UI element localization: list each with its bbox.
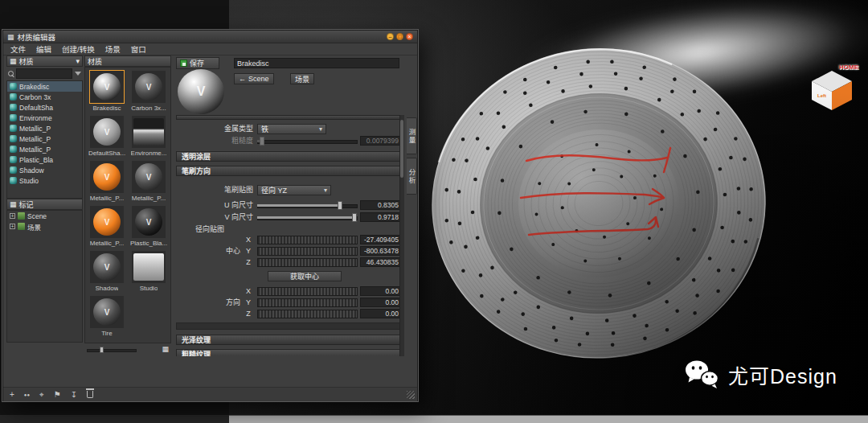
flag-button[interactable]: ⚑	[54, 389, 61, 400]
close-button[interactable]: ×	[406, 33, 413, 40]
brush-map-dropdown[interactable]: 径向 YZ ▾	[257, 185, 331, 195]
get-center-button[interactable]: 获取中心	[268, 271, 342, 281]
thumbnails-header[interactable]: 材质	[84, 55, 171, 67]
filter-icon[interactable]	[75, 72, 81, 76]
expand-icon[interactable]: +	[10, 224, 15, 229]
roughness-value[interactable]: 0.0079399	[360, 136, 402, 146]
v-size-slider[interactable]	[257, 213, 358, 222]
thumbnail[interactable]: V Metallic_P...	[86, 159, 128, 204]
metal-type-dropdown[interactable]: 铁 ▾	[257, 124, 326, 134]
wechat-icon	[683, 359, 720, 391]
axis-y-label: Y	[244, 298, 253, 308]
direction-y-slider[interactable]	[257, 298, 358, 307]
center-x-value[interactable]: -27.409405	[360, 235, 402, 244]
import-button[interactable]: ↧	[71, 389, 77, 400]
add-material-button[interactable]: +	[10, 389, 14, 400]
center-y-slider[interactable]	[257, 247, 358, 256]
tree-item-label: Carbon 3x	[19, 93, 51, 101]
section-rough-texture[interactable]: 粗糙纹理	[176, 349, 401, 356]
to-scene-button[interactable]: 场景	[290, 73, 314, 84]
direction-x-slider[interactable]	[257, 287, 358, 296]
section-gloss-texture[interactable]: 光泽纹理	[176, 335, 401, 345]
direction-x-value[interactable]: 0.00	[360, 286, 402, 296]
direction-z-value[interactable]: 0.00	[360, 309, 402, 318]
direction-y-value[interactable]: 0.00	[360, 298, 402, 307]
menu-create-convert[interactable]: 创建/转换	[62, 43, 95, 55]
tree-item-label: Studio	[19, 177, 39, 185]
show-used-button[interactable]: ●●	[24, 389, 30, 400]
v-size-value[interactable]: 0.9718	[360, 212, 402, 222]
thumbnail[interactable]: V Metallic_P...	[128, 159, 170, 204]
direction-z-slider[interactable]	[257, 310, 358, 318]
thumbnail-size-slider[interactable]	[87, 346, 137, 353]
direction-y-row: 方向 Y 0.00	[176, 298, 401, 308]
thumbnail-label: Brakedisc	[92, 105, 121, 112]
roughness-slider[interactable]	[257, 137, 358, 146]
side-tab-analyze[interactable]: 分析	[407, 158, 417, 195]
save-button[interactable]: 保存	[176, 57, 219, 69]
material-preview-sphere[interactable]: V	[178, 69, 224, 114]
materials-tree-header[interactable]: ▦ 材质 ▾	[6, 55, 83, 67]
thumbnail[interactable]: V Shadow	[86, 249, 128, 294]
tree-item[interactable]: Carbon 3x	[7, 92, 82, 102]
tag-item-scene[interactable]: + Scene	[7, 211, 82, 221]
thumbnail[interactable]: V Tire	[86, 294, 128, 339]
thumbnail[interactable]: V DefaultSha...	[86, 114, 128, 159]
center-x-slider[interactable]	[257, 236, 358, 244]
properties-scrollbar[interactable]	[399, 115, 404, 356]
tree-item[interactable]: Metallic_P	[7, 144, 82, 154]
tree-item-label: Environme	[19, 114, 52, 122]
tree-item[interactable]: Environme	[7, 113, 82, 123]
section-brush-direction[interactable]: 笔刷方向	[176, 166, 401, 176]
window-titlebar[interactable]: ▦ 材质编辑器 – □ ×	[3, 31, 417, 43]
maximize-button[interactable]: □	[396, 33, 403, 40]
minimize-button[interactable]: –	[387, 33, 394, 40]
brush-map-value: 径向 YZ	[261, 185, 287, 195]
menu-scene[interactable]: 场景	[105, 43, 121, 55]
target-button[interactable]: ⌖	[39, 389, 44, 400]
thumbnail[interactable]: V Carbon 3x...	[128, 69, 170, 114]
tag-item-scene-cn[interactable]: + 场景	[7, 221, 82, 232]
center-y-value[interactable]: -800.63478	[360, 246, 402, 256]
menu-file[interactable]: 文件	[10, 43, 26, 55]
horizontal-scrollbar[interactable]	[229, 415, 868, 423]
thumbnail-label: Plastic_Bla...	[130, 240, 167, 247]
tree-item[interactable]: Metallic_P	[7, 133, 82, 144]
tree-item-brakedisc[interactable]: Brakedisc	[7, 81, 82, 92]
thumbnail[interactable]: V Plastic_Bla...	[128, 204, 170, 249]
delete-button[interactable]	[87, 391, 93, 398]
scrollbar-thumb[interactable]	[400, 120, 403, 178]
tree-item[interactable]: DefaultSha	[7, 102, 82, 113]
window-grid-icon: ▦	[7, 33, 14, 41]
tree-item[interactable]: Studio	[7, 175, 82, 186]
vred-logo-mark: V	[104, 218, 110, 227]
expand-icon[interactable]: +	[10, 213, 15, 219]
resize-grip[interactable]	[407, 391, 415, 399]
scene-button[interactable]: ← Scene	[234, 73, 274, 84]
material-name-field[interactable]	[234, 58, 399, 68]
thumbnail[interactable]: Studio	[128, 249, 170, 294]
u-size-slider[interactable]	[257, 201, 358, 210]
tree-item[interactable]: Metallic_P	[7, 123, 82, 133]
direction-group-label: 方向	[176, 298, 240, 308]
tags-header[interactable]: ▦ 标记	[6, 199, 83, 210]
tree-item[interactable]: Plastic_Bla	[7, 154, 82, 165]
material-icon	[10, 146, 17, 153]
material-sphere: V	[93, 163, 121, 191]
menu-edit[interactable]: 编辑	[36, 43, 51, 55]
section-clearcoat[interactable]: 透明涂层	[176, 151, 401, 162]
thumbnail-brakedisc[interactable]: V Brakedisc	[86, 69, 128, 114]
grid-view-icon[interactable]: ▦	[162, 345, 169, 353]
material-icon	[10, 166, 17, 174]
vred-logo-mark: V	[146, 218, 152, 227]
thumbnail[interactable]: Environme...	[128, 114, 170, 159]
u-size-value[interactable]: 0.8305	[360, 200, 402, 210]
search-input[interactable]	[16, 68, 72, 79]
center-z-value[interactable]: 46.430835	[360, 257, 402, 267]
to-scene-label: 场景	[295, 74, 309, 84]
thumbnail[interactable]: V Metallic_P...	[86, 204, 128, 249]
menu-window[interactable]: 窗口	[131, 43, 146, 55]
center-z-slider[interactable]	[257, 258, 358, 267]
side-tab-measure[interactable]: 测量	[407, 117, 417, 154]
tree-item[interactable]: Shadow	[7, 165, 82, 175]
